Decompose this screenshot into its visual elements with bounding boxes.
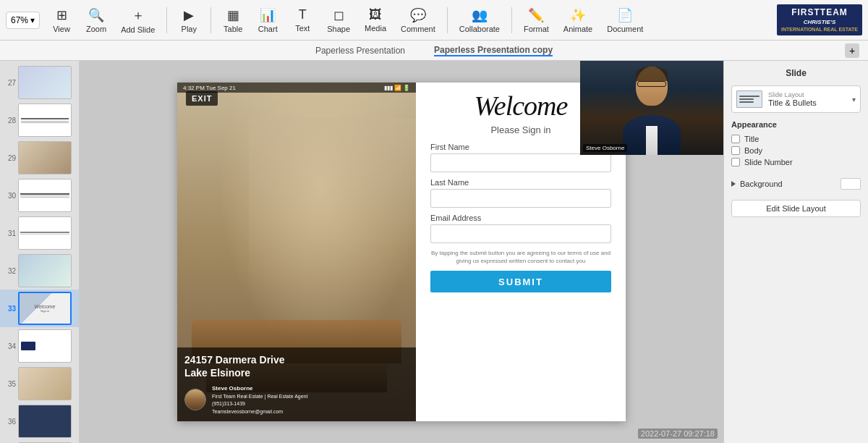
comment-button[interactable]: 💬 Comment: [395, 4, 441, 36]
email-group: Email Address: [430, 214, 611, 243]
agent-email: Teamsteveosborne@gmail.com: [212, 408, 307, 416]
play-button[interactable]: ▶ Play: [173, 4, 205, 36]
tab-doc-copy[interactable]: Paperless Presentation copy: [434, 45, 553, 56]
separator-1: [166, 7, 167, 33]
address-line1: 24157 Darmera Drive: [184, 353, 409, 366]
slide-thumb-34[interactable]: 34: [0, 327, 79, 365]
panel-title: Slide: [731, 68, 861, 78]
background-expand-icon: [731, 181, 736, 187]
chart-button[interactable]: 📊 Chart: [252, 4, 284, 36]
appearance-slidenumber-item[interactable]: Slide Number: [731, 156, 861, 168]
slide-layout-selector[interactable]: Slide Layout Title & Bullets ▾: [731, 85, 861, 113]
logo-area: FIRSTTEAM CHRISTIE'S INTERNATIONAL REAL …: [777, 4, 862, 35]
document-button[interactable]: 📄 Document: [601, 4, 649, 36]
animate-icon: ✨: [570, 7, 586, 23]
table-icon: ▦: [227, 7, 239, 23]
form-disclaimer: By tapping the submit button you are agr…: [430, 249, 611, 265]
zoom-chevron: ▾: [30, 15, 35, 25]
agent-phone: (951)313-1439: [212, 400, 307, 408]
email-input[interactable]: [430, 224, 611, 243]
right-panel: Slide Slide Layout Title & Bullets ▾ App…: [723, 61, 868, 443]
tab-doc-name[interactable]: Paperless Presentation: [315, 46, 405, 56]
first-name-input[interactable]: [430, 153, 611, 172]
slide-thumb-37[interactable]: 37: [0, 440, 79, 443]
text-icon: T: [299, 7, 307, 22]
add-slide-button[interactable]: ＋ Add Slide: [115, 4, 161, 37]
slide-thumb-27[interactable]: 27: [0, 64, 79, 101]
play-icon: ▶: [184, 7, 194, 23]
add-tab-button[interactable]: +: [845, 43, 859, 58]
media-icon: 🖼: [369, 7, 382, 22]
text-button[interactable]: T Text: [286, 4, 318, 35]
shape-icon: ◻: [333, 7, 344, 23]
layout-value: Title & Bullets: [768, 98, 846, 107]
slide-thumb-32[interactable]: 32: [0, 252, 79, 290]
media-button[interactable]: 🖼 Media: [359, 4, 392, 35]
video-person: [580, 61, 723, 155]
background-row[interactable]: Background: [731, 175, 861, 193]
appearance-title-item[interactable]: Title: [731, 133, 861, 145]
video-person-name: Steve Osborne: [583, 144, 627, 152]
agent-name: Steve Osborne: [212, 384, 307, 393]
layout-chevron: ▾: [852, 96, 856, 104]
last-name-label: Last Name: [430, 178, 611, 187]
appearance-body-item[interactable]: Body: [731, 145, 861, 156]
zoom-button[interactable]: 🔍 Zoom: [80, 4, 112, 36]
appearance-section: Appearance Title Body Slide Number: [731, 120, 861, 168]
format-icon: ✏️: [528, 7, 544, 23]
slide-thumb-33[interactable]: 33 WelcomeSign in: [0, 290, 79, 327]
toolbar: 67% ▾ ⊞ View 🔍 Zoom ＋ Add Slide ▶ Play ▦…: [0, 0, 868, 41]
collaborate-icon: 👥: [472, 7, 488, 23]
slide-thumb-36[interactable]: 36: [0, 402, 79, 440]
agent-photo: [184, 389, 206, 410]
table-button[interactable]: ▦ Table: [217, 4, 249, 36]
shape-button[interactable]: ◻ Shape: [321, 4, 356, 36]
status-icons: ▮▮▮ 📶 🔋: [384, 85, 410, 91]
slide-thumb-30[interactable]: 30: [0, 177, 79, 214]
chart-icon: 📊: [260, 7, 276, 23]
email-label: Email Address: [430, 214, 611, 222]
zoom-control[interactable]: 67% ▾: [6, 12, 40, 29]
last-name-input[interactable]: [430, 189, 611, 208]
slide-thumb-28[interactable]: 28: [0, 101, 79, 139]
title-label: Title: [744, 135, 759, 143]
appearance-title: Appearance: [731, 120, 861, 129]
comment-icon: 💬: [410, 7, 426, 23]
title-checkbox[interactable]: [731, 135, 740, 143]
welcome-title: Welcome: [475, 90, 568, 122]
video-feed: Steve Osborne: [580, 61, 723, 155]
format-button[interactable]: ✏️ Format: [518, 4, 555, 36]
slide-33[interactable]: 4:32 PM Tue Sep 21 ▮▮▮ 📶 🔋 EXIT 24157 Da…: [177, 83, 626, 421]
animate-button[interactable]: ✨ Animate: [558, 4, 598, 36]
exit-button[interactable]: EXIT: [186, 91, 218, 106]
status-time: 4:32 PM Tue Sep 21: [183, 85, 236, 91]
slide-thumb-31[interactable]: 31: [0, 214, 79, 252]
body-label: Body: [744, 146, 762, 155]
zoom-value: 67%: [11, 15, 28, 25]
slide-panel[interactable]: 27 28 29 30: [0, 61, 80, 443]
slidenumber-label: Slide Number: [744, 158, 793, 166]
edit-layout-button[interactable]: Edit Slide Layout: [731, 200, 861, 217]
slide-thumb-35[interactable]: 35: [0, 365, 79, 402]
slidenumber-checkbox[interactable]: [731, 158, 740, 166]
property-address: 24157 Darmera Drive Lake Elsinore: [184, 353, 409, 379]
body-checkbox[interactable]: [731, 146, 740, 155]
submit-button[interactable]: SUBMIT: [430, 271, 611, 292]
separator-2: [210, 7, 211, 33]
document-icon: 📄: [617, 7, 633, 23]
property-info: 24157 Darmera Drive Lake Elsinore Steve …: [177, 347, 416, 421]
agent-title: First Team Real Estate | Real Estate Age…: [212, 393, 307, 401]
separator-4: [511, 7, 512, 33]
canvas-area: 4:32 PM Tue Sep 21 ▮▮▮ 📶 🔋 EXIT 24157 Da…: [80, 61, 723, 443]
title-bar: Paperless Presentation Paperless Present…: [0, 41, 868, 61]
view-button[interactable]: ⊞ View: [46, 4, 77, 36]
layout-label: Slide Layout: [768, 91, 846, 98]
slide-property-image: 4:32 PM Tue Sep 21 ▮▮▮ 📶 🔋 EXIT 24157 Da…: [177, 83, 416, 421]
agent-row: Steve Osborne First Team Real Estate | R…: [184, 384, 409, 416]
collaborate-button[interactable]: 👥 Collaborate: [454, 4, 506, 36]
background-swatch[interactable]: [841, 178, 861, 190]
add-slide-icon: ＋: [132, 7, 145, 24]
slide-thumb-29[interactable]: 29: [0, 139, 79, 177]
zoom-icon: 🔍: [88, 7, 104, 23]
background-label: Background: [740, 180, 783, 188]
